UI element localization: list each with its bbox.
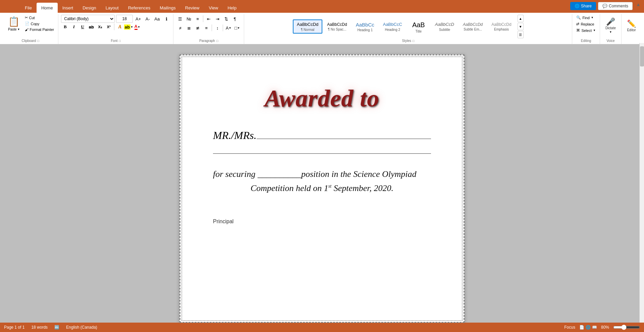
clipboard-expand-icon[interactable]: □ (37, 39, 39, 43)
read-mode-icon[interactable]: 📖 (592, 325, 597, 330)
font-size-decrease-button[interactable]: A- (144, 15, 152, 23)
tab-view[interactable]: View (204, 3, 223, 13)
status-focus[interactable]: Focus (564, 325, 575, 330)
find-button[interactable]: 🔍 Find ▼ (575, 15, 597, 20)
clear-formatting-button[interactable]: ℹ (162, 15, 170, 23)
editing-group: 🔍 Find ▼ ⇄ Replace ⌘ Select ▼ (572, 14, 600, 44)
shading-button[interactable]: A▼ (224, 24, 232, 32)
font-family-select[interactable]: Calibri (Body) (61, 15, 115, 23)
subscript-button[interactable]: X₂ (96, 23, 104, 31)
tab-insert[interactable]: Insert (58, 3, 78, 13)
comments-button[interactable]: 💬 Comments (598, 2, 633, 10)
divider3 (212, 25, 212, 31)
style-no-space[interactable]: AaBbCcDd ¶ No Spac... (323, 20, 351, 33)
scrollbar-thumb[interactable] (640, 46, 644, 66)
web-layout-icon[interactable]: 🌐 (586, 325, 591, 330)
text-effects-button[interactable]: A (116, 23, 124, 31)
cut-button[interactable]: ✂ Cut (23, 15, 56, 20)
font-color-button[interactable]: A ▼ (133, 23, 141, 31)
paragraph-group-label: Paragraph (199, 39, 215, 43)
styles-more-button[interactable]: ☰ (518, 31, 524, 38)
select-label: Select (581, 29, 592, 33)
tab-design[interactable]: Design (78, 3, 101, 13)
format-painter-label: Format Painter (30, 28, 54, 32)
tab-help[interactable]: Help (223, 3, 241, 13)
styles-expand-icon[interactable]: □ (413, 39, 414, 43)
zoom-slider[interactable] (613, 325, 640, 330)
select-icon: ⌘ (576, 28, 580, 33)
body-line2-text: Competition held on 1 (251, 183, 328, 193)
body-superscript: st (328, 184, 331, 189)
align-right-button[interactable]: ≢ (194, 24, 202, 32)
tab-references[interactable]: References (123, 3, 155, 13)
ribbon-minimize-button[interactable]: ▲ (636, 2, 641, 7)
editor-button[interactable]: ✏️ Editor (624, 15, 639, 37)
vertical-scrollbar[interactable] (639, 43, 644, 323)
share-button[interactable]: 🌐 Share (570, 2, 596, 10)
style-sub-em-preview: AaBbCcDd (463, 22, 483, 28)
tab-home[interactable]: Home (37, 3, 58, 13)
tab-review[interactable]: Review (180, 3, 204, 13)
voice-group: 🎤 Dictate ▼ Voice (600, 14, 622, 44)
format-painter-button[interactable]: 🖌 Format Painter (23, 27, 56, 32)
tab-mailings[interactable]: Mailings (155, 3, 180, 13)
style-title-preview: AaB (412, 20, 425, 30)
print-layout-icon[interactable]: 📄 (579, 325, 584, 330)
divider (114, 23, 114, 30)
style-emphasis-label: Emphasis (494, 28, 509, 31)
tab-file[interactable]: File (20, 3, 37, 13)
multilevel-list-button[interactable]: ≡ (194, 15, 202, 23)
show-marks-button[interactable]: ¶ (231, 15, 239, 23)
font-expand-icon[interactable]: □ (119, 39, 121, 43)
align-center-button[interactable]: ≣ (185, 24, 193, 32)
paragraph-group: ☰ № ≡ ⇤ ⇥ ⇅ ¶ ≠ ≣ ≢ ≡ (173, 14, 244, 44)
highlight-color-button[interactable]: ab ▼ (124, 23, 132, 31)
highlight-dropdown-icon: ▼ (130, 26, 133, 29)
body-line2: Competition held on 1st September, 2020. (213, 181, 431, 195)
change-case-button[interactable]: Aa (153, 15, 161, 23)
style-heading1[interactable]: AaBbCc Heading 1 (352, 19, 378, 34)
style-heading2[interactable]: AaBbCcC Heading 2 (379, 19, 406, 33)
replace-button[interactable]: ⇄ Replace (575, 21, 597, 27)
body-line2-cont: September, 2020. (331, 183, 393, 193)
style-h2-label: Heading 2 (385, 28, 400, 32)
increase-indent-button[interactable]: ⇥ (213, 15, 221, 23)
superscript-button[interactable]: X² (105, 23, 113, 31)
bold-button[interactable]: B (61, 23, 69, 31)
select-button[interactable]: ⌘ Select ▼ (575, 28, 597, 33)
find-label: Find (582, 16, 589, 20)
font-size-input[interactable] (116, 15, 133, 23)
style-title[interactable]: AaB Title (407, 18, 430, 35)
font-color-dropdown-icon: ▼ (138, 26, 140, 29)
italic-button[interactable]: I (70, 23, 78, 31)
paragraph-expand-icon[interactable]: □ (216, 39, 218, 43)
share-label: Share (581, 4, 592, 8)
justify-button[interactable]: ≡ (202, 24, 210, 32)
dictate-button[interactable]: 🎤 Dictate ▼ (603, 15, 619, 37)
style-subtitle[interactable]: AaBbCcD Subtitle (431, 19, 458, 33)
voice-group-label: Voice (606, 39, 614, 43)
tab-layout[interactable]: Layout (101, 3, 123, 13)
sort-button[interactable]: ⇅ (222, 15, 230, 23)
style-emphasis[interactable]: AaBbCcDd Emphasis (487, 20, 515, 33)
dictate-icon: 🎤 (606, 18, 615, 26)
numbering-button[interactable]: № (185, 15, 193, 23)
style-subtle-emphasis[interactable]: AaBbCcDd Subtle Em... (459, 20, 487, 33)
bullets-button[interactable]: ☰ (176, 15, 184, 23)
decrease-indent-button[interactable]: ⇤ (205, 15, 213, 23)
copy-icon: 📄 (25, 21, 30, 26)
align-left-button[interactable]: ≠ (176, 24, 184, 32)
copy-button[interactable]: 📄 Copy (23, 21, 56, 27)
principal-text: Principal (213, 219, 233, 224)
share-icon: 🌐 (575, 4, 580, 8)
styles-scroll-up[interactable]: ▲ (518, 15, 524, 22)
style-normal[interactable]: AaBbCcDd ¶ Normal (293, 19, 322, 33)
borders-button[interactable]: □▼ (233, 24, 241, 32)
strikethrough-button[interactable]: ab (87, 23, 95, 31)
underline-button[interactable]: U (78, 23, 87, 31)
line-spacing-button[interactable]: ↕ (213, 24, 221, 32)
dictate-dropdown: ▼ (609, 31, 612, 34)
paste-button[interactable]: 📋 Paste ▼ (5, 15, 23, 33)
styles-scroll-down[interactable]: ▼ (518, 23, 524, 30)
font-size-increase-button[interactable]: A+ (134, 15, 142, 23)
